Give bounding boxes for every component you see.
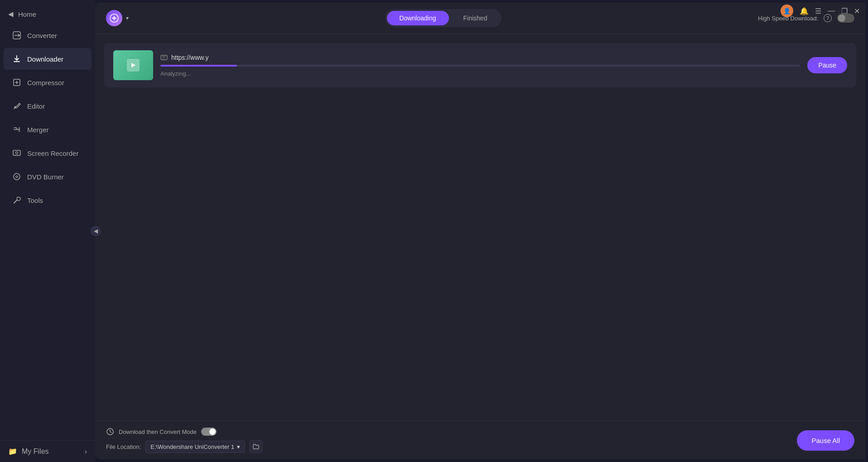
dvd-burner-label: DVD Burner [27,173,64,181]
download-item: https://www.y Analyzing... Pause [104,43,856,87]
close-button[interactable]: ✕ [854,7,860,15]
pause-all-button[interactable]: Pause All [797,430,854,451]
editor-icon [12,101,22,111]
sidebar-item-tools[interactable]: Tools [4,189,92,211]
sidebar: ◀ Home Converter Downloader Compre [0,0,95,462]
clock-icon [106,428,114,436]
sidebar-item-converter[interactable]: Converter [4,24,92,46]
convert-mode-label: Download then Convert Mode [119,428,197,435]
chevron-right-icon: › [85,448,87,456]
download-info: https://www.y Analyzing... [160,54,800,77]
screen-recorder-icon [12,148,22,158]
sidebar-my-files[interactable]: 📁 My Files › [0,440,95,462]
sidebar-item-editor[interactable]: Editor [4,95,92,117]
minimize-button[interactable]: — [828,7,835,15]
sidebar-home-label: Home [18,10,36,18]
converter-icon [12,30,22,40]
file-location-label: File Location: [106,443,141,450]
svg-rect-8 [161,55,167,60]
file-location-select[interactable]: E:\Wondershare UniConverter 1 ▾ [145,441,245,453]
file-location-row: File Location: E:\Wondershare UniConvert… [106,440,262,453]
progress-bar-fill [160,65,237,67]
screen-recorder-label: Screen Recorder [27,149,78,157]
download-list: https://www.y Analyzing... Pause [95,34,865,421]
url-row: https://www.y [160,54,800,61]
bottom-bar: Download then Convert Mode File Location… [95,421,865,459]
downloader-label: Downloader [27,55,63,63]
open-folder-button[interactable] [250,440,262,453]
editor-label: Editor [27,102,45,110]
svg-point-5 [16,176,18,178]
download-thumbnail [113,50,153,80]
user-avatar[interactable]: 👤 [781,5,793,17]
svg-rect-2 [13,150,20,155]
dropdown-chevron-icon: ▾ [237,443,240,450]
main-content: ▾ Downloading Finished High Speed Downlo… [95,3,865,459]
app-logo [106,10,122,26]
collapse-sidebar-button[interactable]: ◀ [91,226,101,236]
restore-button[interactable]: ❐ [841,7,848,15]
downloader-icon [12,54,22,64]
bottom-left: Download then Convert Mode File Location… [106,428,262,453]
tab-finished[interactable]: Finished [451,11,500,25]
compressor-icon [12,77,22,87]
app-logo-chevron[interactable]: ▾ [126,15,129,21]
svg-point-4 [14,173,20,180]
converter-label: Converter [27,32,57,39]
file-location-value: E:\Wondershare UniConverter 1 [150,443,234,450]
tab-downloading[interactable]: Downloading [387,11,449,25]
tools-icon [12,195,22,205]
my-files-label: My Files [22,448,49,456]
notification-icon[interactable]: 🔔 [800,7,809,15]
svg-point-3 [16,152,18,154]
topbar: ▾ Downloading Finished High Speed Downlo… [95,3,865,34]
sidebar-item-downloader[interactable]: Downloader [4,48,92,70]
sidebar-item-merger[interactable]: Merger [4,119,92,140]
svg-point-7 [113,17,116,19]
compressor-label: Compressor [27,79,64,87]
merger-icon [12,125,22,135]
analyzing-status: Analyzing... [160,70,800,77]
source-icon [160,54,168,61]
sidebar-item-screen-recorder[interactable]: Screen Recorder [4,142,92,164]
convert-mode-toggle[interactable] [201,428,217,436]
download-url: https://www.y [171,54,208,61]
tools-label: Tools [27,197,43,204]
my-files-icon: 📁 [8,447,17,456]
sidebar-home[interactable]: ◀ Home [0,5,95,24]
sidebar-item-compressor[interactable]: Compressor [4,72,92,93]
tab-group: Downloading Finished [385,9,502,27]
dvd-burner-icon [12,172,22,182]
merger-label: Merger [27,126,49,134]
window-controls: 👤 🔔 ☰ — ❐ ✕ [781,5,860,17]
chevron-left-icon: ◀ [8,10,14,18]
menu-icon[interactable]: ☰ [815,7,821,15]
sidebar-item-dvd-burner[interactable]: DVD Burner [4,166,92,188]
play-icon [127,59,140,72]
pause-button[interactable]: Pause [807,57,847,73]
progress-bar [160,65,800,67]
convert-mode-row: Download then Convert Mode [106,428,262,436]
topbar-left: ▾ [106,10,129,26]
